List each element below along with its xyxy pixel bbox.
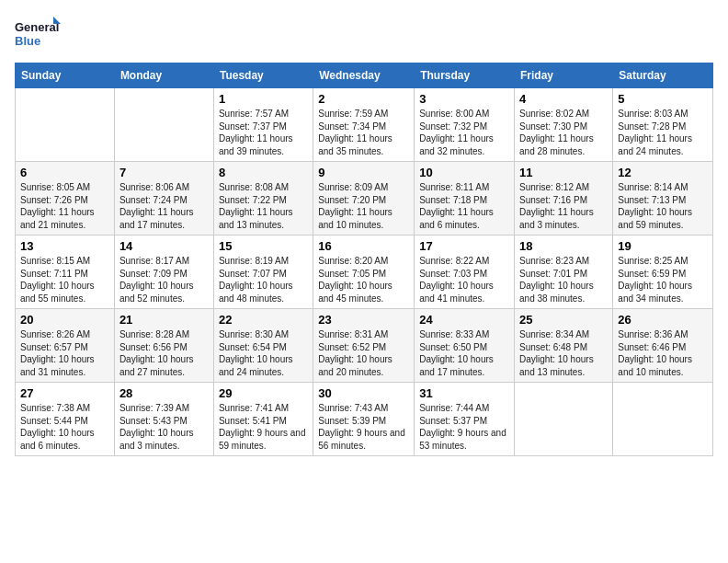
- calendar-cell: 7Sunrise: 8:06 AMSunset: 7:24 PMDaylight…: [114, 162, 213, 236]
- day-info: Sunrise: 8:03 AMSunset: 7:28 PMDaylight:…: [618, 108, 708, 157]
- weekday-header: Sunday: [16, 63, 115, 88]
- day-info: Sunrise: 8:31 AMSunset: 6:52 PMDaylight:…: [318, 328, 409, 378]
- day-info: Sunrise: 8:36 AMSunset: 6:46 PMDaylight:…: [618, 328, 708, 378]
- day-number: 19: [618, 239, 708, 253]
- day-info: Sunrise: 7:41 AMSunset: 5:41 PMDaylight:…: [219, 402, 308, 452]
- day-number: 26: [618, 313, 708, 327]
- calendar-cell: 28Sunrise: 7:39 AMSunset: 5:43 PMDayligh…: [114, 383, 213, 456]
- day-number: 7: [119, 166, 209, 179]
- calendar-table: SundayMondayTuesdayWednesdayThursdayFrid…: [15, 63, 713, 456]
- day-info: Sunrise: 8:19 AMSunset: 7:07 PMDaylight:…: [219, 255, 308, 304]
- calendar-body: 1Sunrise: 7:57 AMSunset: 7:37 PMDaylight…: [16, 88, 713, 456]
- day-info: Sunrise: 8:33 AMSunset: 6:50 PMDaylight:…: [419, 328, 509, 378]
- day-info: Sunrise: 8:08 AMSunset: 7:22 PMDaylight:…: [219, 181, 308, 231]
- logo: General Blue: [15, 15, 61, 55]
- day-number: 11: [519, 166, 608, 179]
- calendar-cell: 8Sunrise: 8:08 AMSunset: 7:22 PMDaylight…: [213, 162, 313, 236]
- calendar-cell: 24Sunrise: 8:33 AMSunset: 6:50 PMDayligh…: [415, 309, 515, 383]
- calendar-cell: 31Sunrise: 7:44 AMSunset: 5:37 PMDayligh…: [415, 383, 515, 456]
- day-number: 23: [318, 313, 409, 327]
- weekday-header: Wednesday: [313, 63, 415, 88]
- day-info: Sunrise: 7:59 AMSunset: 7:34 PMDaylight:…: [318, 108, 409, 157]
- calendar-cell: 2Sunrise: 7:59 AMSunset: 7:34 PMDaylight…: [313, 88, 415, 162]
- day-number: 2: [318, 92, 409, 106]
- calendar-week-row: 1Sunrise: 7:57 AMSunset: 7:37 PMDaylight…: [16, 88, 713, 162]
- calendar-cell: 9Sunrise: 8:09 AMSunset: 7:20 PMDaylight…: [313, 162, 415, 236]
- calendar-cell: 21Sunrise: 8:28 AMSunset: 6:56 PMDayligh…: [114, 309, 213, 383]
- calendar-cell: 20Sunrise: 8:26 AMSunset: 6:57 PMDayligh…: [16, 309, 115, 383]
- day-info: Sunrise: 8:17 AMSunset: 7:09 PMDaylight:…: [119, 255, 209, 304]
- calendar-week-row: 6Sunrise: 8:05 AMSunset: 7:26 PMDaylight…: [16, 162, 713, 236]
- calendar-cell: 16Sunrise: 8:20 AMSunset: 7:05 PMDayligh…: [313, 236, 415, 309]
- day-number: 4: [519, 92, 608, 106]
- day-info: Sunrise: 8:05 AMSunset: 7:26 PMDaylight:…: [20, 181, 109, 231]
- calendar-week-row: 20Sunrise: 8:26 AMSunset: 6:57 PMDayligh…: [16, 309, 713, 383]
- day-info: Sunrise: 8:30 AMSunset: 6:54 PMDaylight:…: [219, 328, 308, 378]
- day-info: Sunrise: 8:15 AMSunset: 7:11 PMDaylight:…: [20, 255, 109, 304]
- day-number: 20: [20, 313, 109, 327]
- day-number: 13: [20, 239, 109, 253]
- day-info: Sunrise: 8:20 AMSunset: 7:05 PMDaylight:…: [318, 255, 409, 304]
- day-number: 25: [519, 313, 608, 327]
- day-info: Sunrise: 8:23 AMSunset: 7:01 PMDaylight:…: [519, 255, 608, 304]
- calendar-cell: 23Sunrise: 8:31 AMSunset: 6:52 PMDayligh…: [313, 309, 415, 383]
- calendar-cell: 15Sunrise: 8:19 AMSunset: 7:07 PMDayligh…: [213, 236, 313, 309]
- calendar-cell: 11Sunrise: 8:12 AMSunset: 7:16 PMDayligh…: [515, 162, 613, 236]
- calendar-cell: 3Sunrise: 8:00 AMSunset: 7:32 PMDaylight…: [415, 88, 515, 162]
- svg-text:General: General: [15, 20, 59, 34]
- day-number: 17: [419, 239, 509, 253]
- logo-svg: General Blue: [15, 15, 61, 52]
- day-number: 28: [119, 386, 209, 400]
- svg-text:Blue: Blue: [15, 34, 40, 48]
- calendar-header: SundayMondayTuesdayWednesdayThursdayFrid…: [16, 63, 713, 88]
- day-number: 1: [219, 92, 308, 106]
- day-info: Sunrise: 7:38 AMSunset: 5:44 PMDaylight:…: [20, 402, 109, 452]
- day-number: 31: [419, 386, 509, 400]
- weekday-header: Friday: [515, 63, 613, 88]
- calendar-cell: 13Sunrise: 8:15 AMSunset: 7:11 PMDayligh…: [16, 236, 115, 309]
- calendar-cell: [114, 88, 213, 162]
- calendar-cell: 18Sunrise: 8:23 AMSunset: 7:01 PMDayligh…: [515, 236, 613, 309]
- day-number: 18: [519, 239, 608, 253]
- day-number: 22: [219, 313, 308, 327]
- day-info: Sunrise: 7:57 AMSunset: 7:37 PMDaylight:…: [219, 108, 308, 157]
- day-info: Sunrise: 7:44 AMSunset: 5:37 PMDaylight:…: [419, 402, 509, 452]
- day-number: 6: [20, 166, 109, 179]
- header-row: SundayMondayTuesdayWednesdayThursdayFrid…: [16, 63, 713, 88]
- calendar-cell: 30Sunrise: 7:43 AMSunset: 5:39 PMDayligh…: [313, 383, 415, 456]
- day-number: 24: [419, 313, 509, 327]
- calendar-cell: 27Sunrise: 7:38 AMSunset: 5:44 PMDayligh…: [16, 383, 115, 456]
- calendar-cell: [515, 383, 613, 456]
- calendar-cell: 26Sunrise: 8:36 AMSunset: 6:46 PMDayligh…: [613, 309, 713, 383]
- calendar-cell: 14Sunrise: 8:17 AMSunset: 7:09 PMDayligh…: [114, 236, 213, 309]
- day-info: Sunrise: 8:11 AMSunset: 7:18 PMDaylight:…: [419, 181, 509, 231]
- calendar-cell: 6Sunrise: 8:05 AMSunset: 7:26 PMDaylight…: [16, 162, 115, 236]
- day-number: 5: [618, 92, 708, 106]
- svg-marker-2: [53, 17, 61, 24]
- day-number: 9: [318, 166, 409, 179]
- day-number: 21: [119, 313, 209, 327]
- day-number: 29: [219, 386, 308, 400]
- calendar-week-row: 13Sunrise: 8:15 AMSunset: 7:11 PMDayligh…: [16, 236, 713, 309]
- calendar-week-row: 27Sunrise: 7:38 AMSunset: 5:44 PMDayligh…: [16, 383, 713, 456]
- calendar-cell: 1Sunrise: 7:57 AMSunset: 7:37 PMDaylight…: [213, 88, 313, 162]
- day-info: Sunrise: 7:43 AMSunset: 5:39 PMDaylight:…: [318, 402, 409, 452]
- calendar-cell: 25Sunrise: 8:34 AMSunset: 6:48 PMDayligh…: [515, 309, 613, 383]
- calendar-cell: [613, 383, 713, 456]
- day-number: 16: [318, 239, 409, 253]
- weekday-header: Monday: [114, 63, 213, 88]
- day-number: 8: [219, 166, 308, 179]
- day-info: Sunrise: 8:12 AMSunset: 7:16 PMDaylight:…: [519, 181, 608, 231]
- weekday-header: Thursday: [415, 63, 515, 88]
- day-number: 15: [219, 239, 308, 253]
- day-info: Sunrise: 8:02 AMSunset: 7:30 PMDaylight:…: [519, 108, 608, 157]
- logo-graphic: General Blue: [15, 15, 61, 55]
- day-number: 30: [318, 386, 409, 400]
- day-info: Sunrise: 8:34 AMSunset: 6:48 PMDaylight:…: [519, 328, 608, 378]
- day-number: 10: [419, 166, 509, 179]
- calendar-cell: 19Sunrise: 8:25 AMSunset: 6:59 PMDayligh…: [613, 236, 713, 309]
- weekday-header: Tuesday: [213, 63, 313, 88]
- calendar-cell: 22Sunrise: 8:30 AMSunset: 6:54 PMDayligh…: [213, 309, 313, 383]
- calendar-cell: 17Sunrise: 8:22 AMSunset: 7:03 PMDayligh…: [415, 236, 515, 309]
- calendar-cell: 10Sunrise: 8:11 AMSunset: 7:18 PMDayligh…: [415, 162, 515, 236]
